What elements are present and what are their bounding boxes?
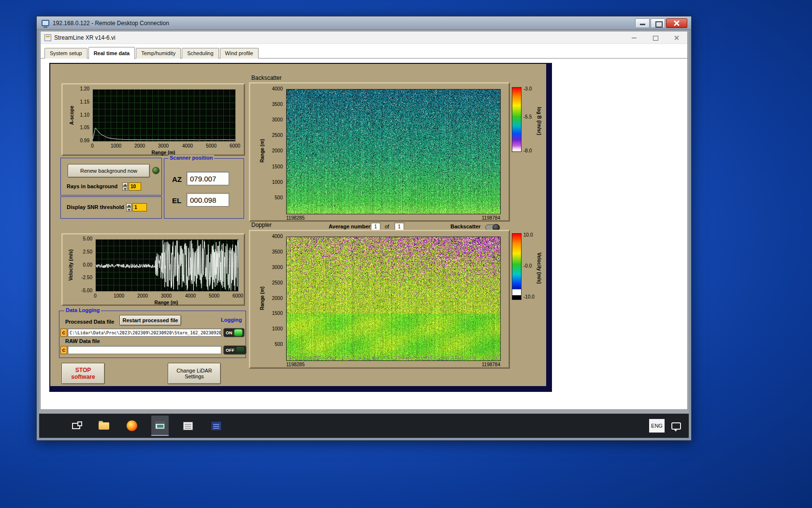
backscatter-ytick: 3500 (250, 102, 283, 107)
backscatter-ytick: 4000 (250, 86, 283, 91)
processed-path-field[interactable]: C:\Lidar\Data\Proc\2023\202309\20230920\… (68, 329, 221, 337)
velocity-ytick: 0.00 (62, 262, 92, 268)
backscatter-ytick: 1500 (250, 164, 283, 169)
az-value-field: 079.007 (187, 172, 229, 185)
tab-bar: System setup Real time data Temp/humidit… (44, 46, 260, 59)
rays-spinner (122, 182, 128, 191)
ascope-xtick: 0 (83, 143, 102, 149)
el-label: EL (172, 196, 181, 205)
backscatter-cbar-tick: -5.5 (523, 114, 532, 120)
stop-software-button[interactable]: STOP software (61, 363, 105, 384)
velocity-ytick: 5.00 (62, 236, 92, 241)
velocity-ytick: -2.50 (62, 275, 92, 280)
backscatter-ytick: 500 (250, 195, 283, 200)
rays-in-background-label: Rays in background (67, 183, 117, 189)
blue-app-button[interactable] (207, 416, 225, 436)
tab-real-time-data[interactable]: Real time data (88, 47, 135, 59)
streamline-app-window: StreamLine XR v14-6.vi System setup Real… (40, 31, 688, 410)
processed-data-file-label: Processed Data file (65, 319, 115, 325)
ascope-ytick: 1.15 (62, 99, 89, 105)
restart-processed-file-button[interactable]: Restart processed file (119, 315, 181, 326)
file-explorer-icon (99, 422, 109, 430)
scanner-position-group: Scanner position AZ 079.007 EL 000.098 (164, 158, 244, 219)
app-titlebar[interactable]: StreamLine XR v14-6.vi (41, 31, 687, 44)
task-view-button[interactable] (67, 416, 85, 436)
rays-increment-icon[interactable] (122, 182, 128, 186)
rays-decrement-icon[interactable] (122, 187, 128, 191)
az-label: AZ (172, 175, 182, 183)
raw-drive-box[interactable]: C (60, 346, 67, 354)
raw-path-field[interactable] (68, 346, 221, 354)
doppler-ytick: 2500 (250, 280, 283, 285)
backscatter-ytick: 1000 (250, 179, 283, 185)
rdp-close-button[interactable] (666, 18, 687, 28)
doppler-ytick: 3500 (250, 249, 283, 254)
backscatter-x-end: 1198784 (458, 215, 500, 221)
feedback-chat-icon[interactable] (671, 422, 681, 430)
language-indicator[interactable]: ENG (649, 419, 665, 433)
tab-wind-profile[interactable]: Wind profile (220, 48, 259, 59)
raw-logging-led (236, 347, 244, 353)
blue-app-icon (212, 422, 221, 430)
snr-threshold-field[interactable]: 1 (132, 203, 147, 211)
change-lidar-settings-button[interactable]: Change LiDAR Settings (168, 363, 221, 384)
snr-decrement-icon[interactable] (126, 208, 131, 211)
velocity-plot-frame: Velocity (m/s) 5.00 2.50 0.00 -2.50 -5.0… (61, 233, 245, 306)
velocity-ytick: -5.00 (62, 288, 92, 293)
rdp-minimize-button[interactable] (635, 18, 650, 28)
labview-vi-icon (44, 34, 51, 41)
velocity-xtick: 1000 (109, 293, 129, 299)
velocity-xtick: 4000 (181, 293, 200, 299)
ascope-xtick: 6000 (225, 143, 245, 149)
doppler-cbar-tick: -0.0 (523, 263, 532, 269)
velocity-plot (95, 239, 239, 292)
rays-in-background-field[interactable]: 10 (129, 182, 141, 191)
firefox-button[interactable] (123, 416, 141, 436)
average-of-field: 1 (394, 223, 404, 230)
ascope-ytick: 1.05 (62, 125, 89, 130)
tab-scheduling[interactable]: Scheduling (182, 48, 218, 59)
app-close-button[interactable] (666, 31, 687, 44)
scan-scheduler-button[interactable] (179, 416, 197, 436)
processed-drive-box[interactable]: C (60, 329, 67, 337)
file-explorer-button[interactable] (95, 416, 113, 436)
rdp-window: 192.168.0.122 - Remote Desktop Connectio… (36, 16, 692, 441)
processed-logging-toggle[interactable]: ON (223, 328, 245, 337)
average-of-label: of (385, 224, 389, 229)
rdp-maximize-button[interactable] (651, 18, 665, 28)
backscatter-ytick: 2500 (250, 133, 283, 138)
tab-system-setup[interactable]: System setup (44, 48, 87, 59)
backscatter-colorbar (512, 87, 522, 152)
doppler-heatmap (286, 237, 501, 361)
raw-logging-toggle[interactable]: OFF (223, 345, 246, 355)
doppler-ytick: 3000 (250, 265, 283, 270)
doppler-x-end: 1198784 (458, 362, 500, 367)
backscatter-colorbar-label: log B (/m/sr) (536, 92, 542, 150)
backscatter-cbar-tick: -3.0 (523, 86, 532, 91)
front-panel-border: A-scope 1.20 1.15 1.10 1.05 0.99 0 1000 … (49, 63, 552, 392)
ascope-xtick: 2000 (130, 143, 149, 149)
background-controls-group: Renew background now Rays in background … (60, 158, 162, 195)
velocity-xtick: 6000 (228, 293, 247, 299)
renew-background-button[interactable]: Renew background now (68, 164, 150, 178)
doppler-colorbar-label: Velocity (m/s) (536, 239, 542, 297)
snr-increment-icon[interactable] (126, 203, 131, 207)
backscatter-cbar-tick: -8.0 (523, 148, 532, 153)
snr-threshold-label: Display SNR threshold (67, 204, 124, 210)
app-window-title: StreamLine XR v14-6.vi (54, 34, 116, 41)
doppler-cbar-tick: -10.0 (523, 294, 535, 299)
velocity-xtick: 2000 (133, 293, 152, 299)
average-number-field[interactable]: 1 (371, 223, 380, 230)
snr-spinner (126, 203, 131, 211)
app-maximize-button[interactable] (645, 31, 666, 44)
tab-temp-humidity[interactable]: Temp/humidity (136, 48, 181, 59)
streamline-taskbar-button[interactable] (151, 416, 169, 436)
rdp-titlebar[interactable]: 192.168.0.122 - Remote Desktop Connectio… (37, 16, 691, 30)
el-value-field: 000.098 (187, 193, 229, 207)
ascope-xtick: 4000 (178, 143, 197, 149)
doppler-title: Doppler (251, 222, 272, 228)
ascope-ytick: 1.10 (62, 112, 89, 118)
app-minimize-button[interactable] (624, 31, 645, 44)
backscatter-ytick: 2000 (250, 148, 283, 153)
desktop-background: 192.168.0.122 - Remote Desktop Connectio… (0, 0, 812, 508)
